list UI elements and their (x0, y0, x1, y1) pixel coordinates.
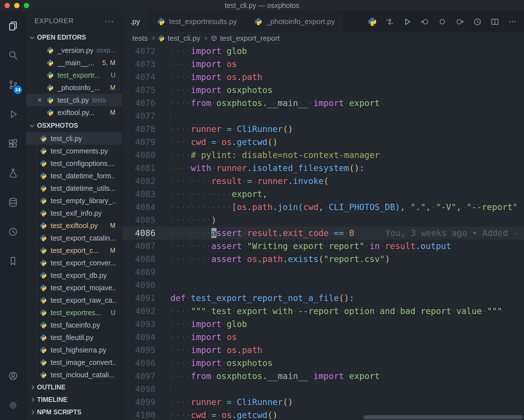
code-line-4077[interactable]: 4077 (122, 110, 524, 123)
open-editors-header[interactable]: OPEN EDITORS (26, 31, 122, 44)
tree-item-test_fileutil.py[interactable]: test_fileutil.py (26, 331, 122, 344)
line-content: ············export, (170, 188, 267, 201)
code-line-4092[interactable]: 4092····"""·test·export·with·--report·op… (122, 305, 524, 318)
code-token: . (415, 241, 421, 251)
explorer-activity-button[interactable] (0, 11, 26, 41)
code-token: getcwd (237, 137, 267, 147)
database-activity-button[interactable] (0, 188, 26, 217)
tree-item-test_export_c...[interactable]: test_export_c...M (26, 244, 122, 257)
next-change-icon[interactable] (451, 11, 469, 32)
code-line-4074[interactable]: 4074····import·os.path (122, 71, 524, 84)
minimize-window-button[interactable] (14, 3, 20, 8)
tree-item-test_configoptions....[interactable]: test_configoptions.... (26, 157, 122, 170)
extensions-activity-button[interactable] (0, 129, 26, 158)
code-line-4087[interactable]: 4087········assert·"Writing·export·repor… (122, 240, 524, 253)
tree-item-test_exif_info.py[interactable]: test_exif_info.py (26, 207, 122, 219)
tree-item-test_incloud_catali...[interactable]: test_incloud_catali... (26, 369, 122, 381)
bookmarks-activity-button[interactable] (0, 246, 26, 276)
tree-item-test_datetime_utils....[interactable]: test_datetime_utils.... (26, 182, 122, 194)
code-token: assert (211, 254, 242, 264)
code-line-4085[interactable]: 4085········) (122, 214, 524, 227)
search-activity-button[interactable] (0, 41, 26, 70)
open-editor-test_exportr...[interactable]: test_exportr...U (26, 69, 122, 81)
code-line-4099[interactable]: 4099····runner·=·CliRunner() (122, 396, 524, 409)
tree-item-test_datetime_form...[interactable]: test_datetime_form... (26, 170, 122, 182)
tab-.py[interactable]: .py (122, 11, 148, 32)
more-actions-icon[interactable] (504, 11, 521, 32)
source-control-activity-button[interactable]: 24 (0, 70, 26, 99)
tree-item-test_export_mojave...[interactable]: test_export_mojave... (26, 282, 122, 294)
code-line-4097[interactable]: 4097····from·osxphotos.__main__·import·e… (122, 370, 524, 383)
code-line-4078[interactable]: 4078····runner·=·CliRunner() (122, 123, 524, 136)
tree-item-test_export_db.py[interactable]: test_export_db.py (26, 269, 122, 282)
more-actions-icon[interactable]: ··· (104, 16, 114, 26)
open-editor-__main__...[interactable]: __main__...5, M (26, 57, 122, 69)
run-python-file-icon[interactable] (399, 11, 416, 32)
tab-_photoinfo_export.py[interactable]: _photoinfo_export.py (246, 11, 344, 32)
code-line-4090[interactable]: 4090 (122, 279, 524, 292)
project-section-header[interactable]: OSXPHOTOS (26, 119, 122, 132)
code-line-4084[interactable]: 4084············[os.path.join(cwd,·CLI_P… (122, 201, 524, 214)
breadcrumb-item-test_cli.py[interactable]: test_cli.py (158, 34, 200, 43)
changes-icon[interactable] (434, 11, 451, 32)
tree-item-test_cli.py[interactable]: test_cli.py (26, 132, 122, 145)
split-editor-icon[interactable] (486, 11, 504, 32)
tree-item-test_exportres...[interactable]: test_exportres...U (26, 306, 122, 319)
compare-changes-icon[interactable] (381, 11, 399, 32)
previous-change-icon[interactable] (416, 11, 434, 32)
open-editor-_version.py[interactable]: _version.pyosxp... (26, 44, 122, 57)
code-line-4076[interactable]: 4076····from·osxphotos.__main__·import·e… (122, 97, 524, 110)
whitespace-dot: · (211, 163, 216, 173)
code-line-4082[interactable]: 4082········result·=·runner.invoke( (122, 175, 524, 188)
outline-section-header[interactable]: OUTLINE (26, 381, 122, 393)
tree-item-test_export_catalin...[interactable]: test_export_catalin... (26, 232, 122, 244)
open-editor-exiftool.py...[interactable]: exiftool.py...M (26, 106, 122, 119)
open-editor-_photoinfo_...[interactable]: _photoinfo_...M (26, 81, 122, 94)
code-line-4079[interactable]: 4079····cwd·=·os.getcwd() (122, 136, 524, 149)
code-editor[interactable]: 4072····import·glob4073····import·os4074… (122, 45, 524, 420)
open-editor-test_cli.py[interactable]: ×test_cli.pytests (26, 94, 122, 106)
breadcrumb-item-tests[interactable]: tests (132, 34, 148, 43)
testing-activity-button[interactable] (0, 158, 26, 188)
code-line-4094[interactable]: 4094····import·os (122, 331, 524, 344)
tree-item-test_comments.py[interactable]: test_comments.py (26, 145, 122, 157)
code-line-4091[interactable]: 4091def·test_export_report_not_a_file(): (122, 292, 524, 305)
code-line-4088[interactable]: 4088········assert·os.path.exists("repor… (122, 253, 524, 266)
code-line-4073[interactable]: 4073····import·os (122, 58, 524, 71)
breadcrumb-item-test_export_report[interactable]: test_export_report (210, 34, 280, 43)
code-line-4095[interactable]: 4095····import·os.path (122, 344, 524, 357)
tree-item-test_image_convert...[interactable]: test_image_convert... (26, 356, 122, 369)
code-line-4072[interactable]: 4072····import·glob (122, 45, 524, 58)
tree-item-test_export_conver...[interactable]: test_export_conver... (26, 257, 122, 269)
npm-scripts-section-header[interactable]: NPM SCRIPTS (26, 406, 122, 418)
tree-item-test_exiftool.py[interactable]: test_exiftool.pyM (26, 219, 122, 232)
run-and-debug-activity-button[interactable] (0, 99, 26, 129)
timeline-section-header[interactable]: TIMELINE (26, 393, 122, 406)
indent-guide (170, 111, 191, 121)
close-window-button[interactable] (5, 3, 10, 8)
code-line-4089[interactable]: 4089 (122, 266, 524, 279)
line-number: 4087 (122, 240, 170, 253)
tree-item-test_empty_library_...[interactable]: test_empty_library_... (26, 194, 122, 207)
timeline-icon[interactable] (469, 11, 486, 32)
settings-gear-activity-button[interactable] (0, 391, 26, 420)
tree-item-test_highsierra.py[interactable]: test_highsierra.py (26, 344, 122, 356)
zoom-window-button[interactable] (24, 3, 29, 8)
horizontal-scrollbar[interactable] (363, 415, 523, 419)
code-line-4086[interactable]: 4086········assert·result.exit_code·==·0… (122, 227, 524, 240)
code-line-4093[interactable]: 4093····import·glob (122, 318, 524, 331)
code-line-4075[interactable]: 4075····import·osxphotos (122, 84, 524, 97)
code-line-4083[interactable]: 4083············export, (122, 188, 524, 201)
history-activity-button[interactable] (0, 217, 26, 246)
python-icon[interactable] (363, 11, 381, 32)
tree-item-test_faceinfo.py[interactable]: test_faceinfo.py (26, 319, 122, 331)
file-name: test_faceinfo.py (51, 321, 100, 329)
code-line-4081[interactable]: 4081····with·runner.isolated_filesystem(… (122, 162, 524, 175)
account-activity-button[interactable] (0, 361, 26, 391)
tab-test_exportresults.py[interactable]: test_exportresults.py (148, 11, 246, 32)
close-icon[interactable]: × (37, 96, 46, 105)
code-line-4098[interactable]: 4098 (122, 383, 524, 396)
code-line-4080[interactable]: 4080····#·pylint:·disable=not-context-ma… (122, 149, 524, 162)
tree-item-test_export_raw_ca...[interactable]: test_export_raw_ca... (26, 294, 122, 306)
code-line-4096[interactable]: 4096····import·osxphotos (122, 357, 524, 370)
